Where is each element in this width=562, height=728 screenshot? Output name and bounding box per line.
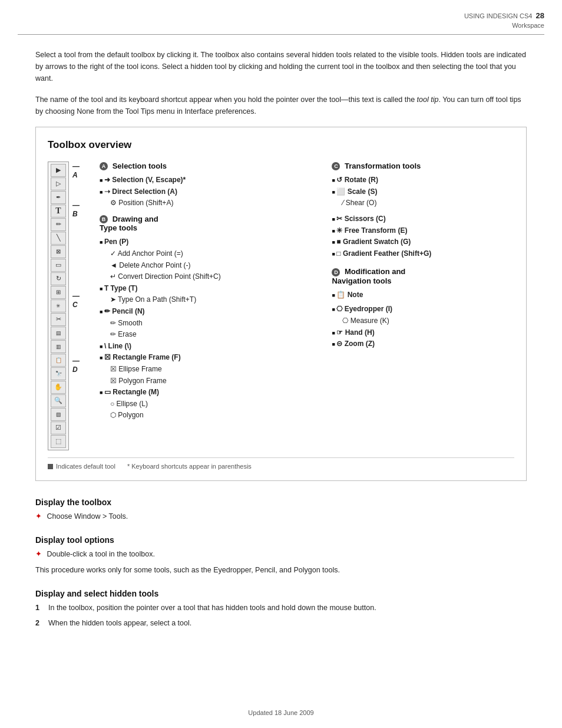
toolbox-icon-column: ▶ ▷ ✒ T ✏ ╲ ⊠ ▭	[48, 162, 89, 450]
intro-para2: The name of the tool and its keyboard sh…	[35, 94, 527, 117]
tool-eyedropper: ⎔ Eyedropper (I)	[332, 304, 514, 315]
display-hidden-title: Display and select hidden tools	[35, 589, 527, 598]
pencil-icon[interactable]: ✏	[51, 218, 66, 231]
tool-gradient-swatch: ■ Gradient Swatch (G)	[332, 236, 514, 248]
label-c: —C	[72, 291, 80, 309]
modification-tool-list: 📋 Note ⎔ Eyedropper (I) ⎔ Measure (K) ☞ …	[332, 289, 514, 350]
tool-pen: Pen (P)	[100, 236, 322, 248]
page-num: 28	[536, 11, 544, 20]
display-options-body: ✦ Double-click a tool in the toolbox. Th…	[35, 548, 527, 576]
page: USING INDESIGN CS4 28 Workspace Select a…	[0, 0, 562, 728]
gradient-swatch-icon[interactable]: ▤	[51, 327, 66, 340]
direct-selection-icon[interactable]: ▷	[51, 177, 66, 190]
display-options-note: This procedure works only for some tools…	[35, 564, 527, 576]
tool-zoom: ⊝ Zoom (Z)	[332, 338, 514, 350]
rect-frame-icon[interactable]: ⊠	[51, 245, 66, 258]
note-icon[interactable]: 📋	[51, 354, 66, 367]
section-header-b: B Drawing andType tools	[100, 215, 322, 233]
hand-icon[interactable]: ✋	[51, 381, 66, 394]
extra-icon-2[interactable]: ☑	[51, 421, 66, 434]
tool-polygon: ⬡ Polygon	[100, 410, 322, 421]
tool-icon-strip: ▶ ▷ ✒ T ✏ ╲ ⊠ ▭	[48, 162, 69, 450]
tool-type-path: ➤ Type On a Path (Shift+T)	[100, 294, 322, 305]
zoom-icon[interactable]: 🔍	[51, 394, 66, 407]
free-transform-icon[interactable]: ✳	[51, 299, 66, 312]
drawing-tool-list: Pen (P) ✓ Add Anchor Point (=) ◄ Delete …	[100, 236, 322, 421]
page-header: USING INDESIGN CS4 28 Workspace	[0, 0, 562, 34]
toolbox-layout: ▶ ▷ ✒ T ✏ ╲ ⊠ ▭	[48, 162, 514, 450]
scale-icon[interactable]: ⊞	[51, 286, 66, 299]
toolbox-content: A Selection tools ➜ Selection (V, Escape…	[94, 162, 514, 450]
section-header-a: A Selection tools	[100, 162, 322, 171]
diamond-icon: ✦	[35, 512, 42, 521]
footer-keyboard-note: * Keyboard shortcuts appear in parenthes…	[127, 463, 252, 470]
tool-ellipse-frame: ☒ Ellipse Frame	[100, 364, 322, 375]
tool-convert-dir: ↵ Convert Direction Point (Shift+C)	[100, 271, 322, 282]
content-area: Select a tool from the default toolbox b…	[0, 35, 562, 645]
section-a-title: Selection tools	[113, 162, 167, 170]
section-header-c: C Transformation tools	[332, 162, 514, 171]
tool-polygon-frame: ☒ Polygon Frame	[100, 375, 322, 387]
circle-d: D	[332, 268, 340, 276]
tool-rect-frame: ☒ Rectangle Frame (F)	[100, 352, 322, 363]
col-right: C Transformation tools ↺ Rotate (R) ⬜ Sc…	[322, 162, 514, 450]
selection-tool-icon[interactable]: ▶	[51, 164, 66, 177]
tool-scissors: ✂ Scissors (C)	[332, 213, 514, 225]
tool-pencil: ✏ Pencil (N)	[100, 306, 322, 317]
tool-delete-anchor: ◄ Delete Anchor Point (-)	[100, 260, 322, 271]
hidden-tools-steps: 1 In the toolbox, position the pointer o…	[35, 602, 527, 629]
col-left: A Selection tools ➜ Selection (V, Escape…	[94, 162, 322, 450]
label-d: —D	[72, 356, 80, 374]
scissors-icon[interactable]: ✂	[51, 313, 66, 326]
type-icon[interactable]: T	[51, 205, 66, 218]
section-c-title: Transformation tools	[345, 162, 421, 170]
tool-gradient-feather: □ Gradient Feather (Shift+G)	[332, 248, 514, 259]
line-icon[interactable]: ╲	[51, 232, 66, 245]
tool-note: 📋 Note	[332, 289, 514, 301]
diamond-icon-2: ✦	[35, 549, 42, 558]
tool-direct-selection: ➝ Direct Selection (A)	[100, 186, 322, 197]
hidden-step-1: 1 In the toolbox, position the pointer o…	[35, 602, 527, 614]
footer-text: Updated 18 June 2009	[248, 709, 313, 716]
tool-add-anchor: ✓ Add Anchor Point (=)	[100, 248, 322, 259]
display-toolbox-body: ✦ Choose Window > Tools.	[35, 510, 527, 523]
header-label: USING INDESIGN CS4	[464, 12, 533, 19]
header-right: USING INDESIGN CS4 28 Workspace	[464, 11, 544, 31]
circle-c: C	[332, 162, 340, 170]
tool-shear: ∕ Shear (O)	[332, 197, 514, 209]
display-options-instruction: ✦ Double-click a tool in the toolbox.	[35, 548, 527, 561]
tool-ellipse: ○ Ellipse (L)	[100, 398, 322, 410]
circle-a: A	[100, 162, 108, 170]
extra-icon-1[interactable]: ▧	[51, 408, 66, 421]
selection-tool-list: ➜ Selection (V, Escape)* ➝ Direct Select…	[100, 174, 322, 209]
default-tool-bullet	[48, 464, 53, 469]
gradient-feather-icon[interactable]: ▥	[51, 340, 66, 353]
rect-icon[interactable]: ▭	[51, 259, 66, 272]
tool-measure: ⎔ Measure (K)	[332, 315, 514, 327]
label-b: —B	[72, 200, 80, 218]
tool-rectangle: ▭ Rectangle (M)	[100, 387, 322, 398]
tool-position: ⚙ Position (Shift+A)	[100, 197, 322, 209]
toolbox-footer: Indicates default tool * Keyboard shortc…	[48, 457, 514, 470]
tool-selection: ➜ Selection (V, Escape)*	[100, 174, 322, 186]
header-sublabel: Workspace	[512, 22, 544, 29]
eyedropper-icon[interactable]: 🔭	[51, 367, 66, 380]
toolbox-title: Toolbox overview	[48, 139, 514, 151]
tool-type: T Type (T)	[100, 283, 322, 294]
circle-b: B	[100, 215, 108, 223]
page-footer: Updated 18 June 2009	[0, 709, 562, 716]
display-toolbox-instruction: ✦ Choose Window > Tools.	[35, 510, 527, 523]
footer-default-note: Indicates default tool	[56, 463, 115, 470]
tool-hand: ☞ Hand (H)	[332, 327, 514, 338]
toolbox-overview-box: Toolbox overview ▶ ▷ ✒ T	[35, 127, 527, 481]
tool-erase: ✏ Erase	[100, 329, 322, 340]
section-b-title: Drawing andType tools	[100, 215, 158, 233]
tool-free-transform: ✳ Free Transform (E)	[332, 225, 514, 236]
intro-para1: Select a tool from the default toolbox b…	[35, 49, 527, 84]
display-toolbox-title: Display the toolbox	[35, 498, 527, 507]
display-options-title: Display tool options	[35, 535, 527, 545]
rotate-icon[interactable]: ↻	[51, 272, 66, 285]
section-d-title: Modification andNavigation tools	[332, 267, 405, 285]
pen-icon[interactable]: ✒	[51, 191, 66, 204]
extra-icon-3[interactable]: ⬚	[51, 435, 66, 448]
